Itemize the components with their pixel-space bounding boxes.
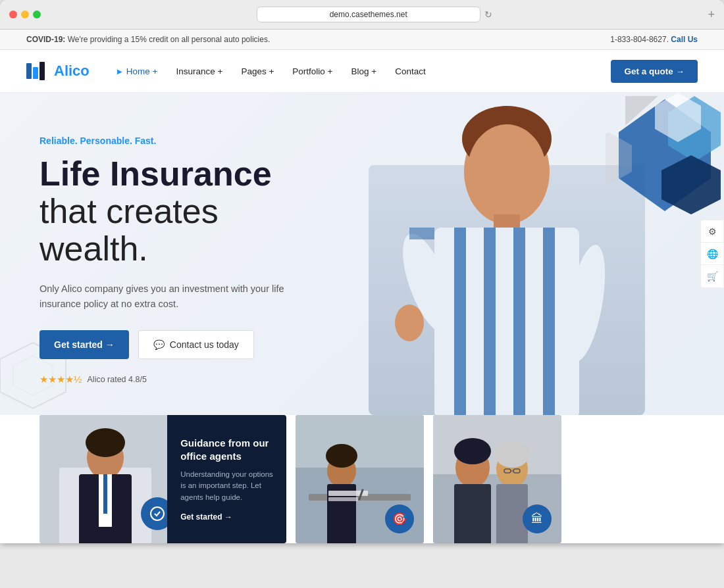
contact-us-button[interactable]: 💬 Contact us today [138, 330, 254, 359]
rating-text: Alico rated 4.8/5 [88, 375, 147, 384]
card-guidance-title: Guidance from our office agents [180, 437, 273, 462]
get-started-button[interactable]: Get started → [39, 330, 129, 359]
home-arrow-icon: ▶ [117, 68, 122, 75]
nav-contact[interactable]: Contact [387, 61, 434, 82]
nav-insurance-label: Insurance + [176, 66, 222, 76]
card-meeting[interactable]: 🎯 [296, 415, 424, 543]
globe-icon: 🌐 [707, 249, 718, 259]
svg-point-30 [86, 428, 125, 457]
svg-rect-17 [409, 228, 434, 239]
svg-point-50 [454, 438, 491, 464]
hero-section: Reliable. Personable. Fast. Life Insuran… [0, 93, 724, 415]
svg-rect-0 [26, 63, 32, 79]
logo-text: Alico [54, 62, 90, 80]
svg-rect-13 [484, 228, 496, 415]
target-icon: 🎯 [392, 512, 407, 526]
hero-title-line2: that creates [39, 193, 290, 230]
nav-blog[interactable]: Blog + [343, 61, 384, 82]
nav-home[interactable]: ▶ Home + [109, 61, 166, 82]
chat-icon: 💬 [153, 339, 165, 350]
geo-shapes-svg [606, 93, 724, 224]
covid-label: COVID-19: [26, 35, 65, 44]
svg-rect-42 [328, 497, 358, 501]
card-guidance-content: Guidance from our office agents Understa… [167, 415, 286, 543]
logo-icon [26, 62, 50, 80]
globe-tool-button[interactable]: 🌐 [701, 243, 723, 265]
hero-buttons: Get started → 💬 Contact us today [39, 330, 290, 359]
bottom-cards: Guidance from our office agents Understa… [39, 415, 685, 543]
minimize-button[interactable] [21, 11, 29, 18]
rating-stars: ★★★★½ [39, 374, 82, 385]
hero-title-line3: wealth. [39, 230, 290, 268]
get-quote-button[interactable]: Get a quote → [611, 60, 698, 83]
card-meeting-icon: 🎯 [385, 504, 414, 533]
hero-title: Life Insurance that creates wealth. [39, 155, 290, 268]
svg-rect-15 [543, 228, 555, 415]
geo-shapes [606, 93, 724, 224]
address-bar: demo.casethemes.net ↻ [46, 7, 702, 22]
hero-tagline: Reliable. Personable. Fast. [39, 135, 290, 146]
new-tab-button[interactable]: + [708, 8, 715, 22]
nav-portfolio-label: Portfolio + [292, 66, 332, 76]
call-us-link[interactable]: Call Us [671, 35, 698, 44]
browser-window: demo.casethemes.net ↻ + COVID-19: We're … [0, 0, 724, 543]
card-consultation[interactable]: 🏛 [433, 415, 561, 543]
card-consultation-icon: 🏛 [523, 504, 552, 533]
svg-point-9 [467, 124, 546, 219]
side-toolbar: ⚙ 🌐 🛒 [700, 220, 724, 288]
close-button[interactable] [9, 11, 17, 18]
nav-pages-label: Pages + [241, 66, 274, 76]
svg-rect-2 [39, 62, 45, 80]
svg-point-47 [495, 441, 529, 468]
phone-area: 1-833-804-8627. Call Us [610, 35, 698, 44]
phone-number: 1-833-804-8627. [610, 35, 669, 44]
announcement-bar: COVID-19: We're providing a 15% credit o… [0, 30, 724, 50]
svg-rect-33 [103, 474, 107, 514]
card-agent-image [39, 415, 167, 543]
url-display[interactable]: demo.casethemes.net [257, 7, 480, 22]
bank-icon: 🏛 [531, 512, 543, 526]
main-nav: Alico ▶ Home + Insurance + Pages + Portf… [0, 50, 724, 93]
card-guidance-desc: Understanding your options is an importa… [180, 469, 273, 503]
hero-person-svg [369, 99, 645, 415]
card-guidance-link[interactable]: Get started → [180, 512, 273, 522]
browser-titlebar: demo.casethemes.net ↻ + [0, 0, 724, 29]
reload-button[interactable]: ↻ [484, 9, 492, 20]
contact-us-label: Contact us today [170, 339, 239, 350]
nav-pages[interactable]: Pages + [233, 61, 282, 82]
hero-rating: ★★★★½ Alico rated 4.8/5 [39, 374, 290, 385]
browser-content: COVID-19: We're providing a 15% credit o… [0, 29, 724, 543]
svg-point-39 [326, 444, 357, 468]
shield-icon [149, 506, 165, 522]
svg-point-34 [151, 507, 164, 520]
hero-title-line1: Life Insurance [39, 155, 290, 193]
nav-home-label: Home + [126, 66, 158, 76]
nav-contact-label: Contact [395, 66, 426, 76]
nav-links: ▶ Home + Insurance + Pages + Portfolio +… [109, 61, 611, 82]
nav-blog-label: Blog + [351, 66, 376, 76]
nav-portfolio[interactable]: Portfolio + [284, 61, 340, 82]
svg-rect-14 [513, 228, 525, 415]
nav-insurance[interactable]: Insurance + [168, 61, 230, 82]
maximize-button[interactable] [33, 11, 41, 18]
logo-main: Alic [54, 62, 80, 79]
covid-announcement: COVID-19: We're providing a 15% credit o… [26, 35, 270, 44]
covid-message: We're providing a 15% credit on all pers… [68, 35, 271, 44]
svg-rect-12 [454, 228, 466, 415]
logo-accent: o [80, 62, 89, 79]
settings-tool-button[interactable]: ⚙ [701, 220, 723, 243]
traffic-lights [9, 11, 41, 18]
svg-rect-51 [454, 484, 491, 543]
cart-tool-button[interactable]: 🛒 [701, 265, 723, 287]
hero-content: Reliable. Personable. Fast. Life Insuran… [0, 103, 323, 405]
card-agent-badge-icon [141, 497, 167, 530]
gear-icon: ⚙ [708, 226, 717, 237]
cart-icon: 🛒 [707, 271, 718, 282]
svg-rect-20 [403, 308, 412, 328]
hero-subtitle: Only Alico company gives you an investme… [39, 282, 290, 312]
logo[interactable]: Alico [26, 62, 90, 80]
hero-image [369, 99, 645, 415]
card-guidance: Guidance from our office agents Understa… [39, 415, 286, 543]
svg-rect-1 [33, 67, 38, 79]
